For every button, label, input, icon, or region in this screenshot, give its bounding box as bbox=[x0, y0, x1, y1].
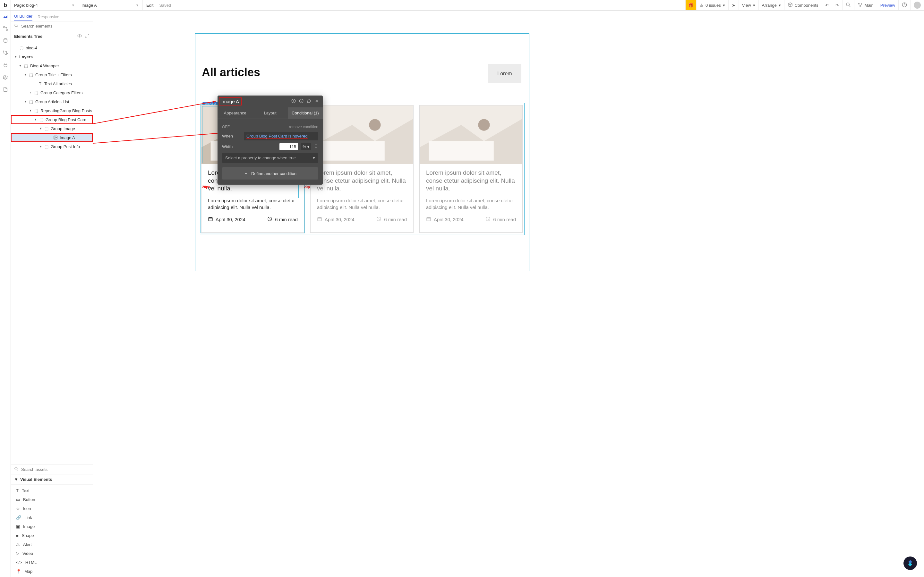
data-tab-icon[interactable] bbox=[2, 37, 9, 44]
popup-title: Image A bbox=[221, 99, 239, 104]
ve-link[interactable]: 🔗Link bbox=[11, 513, 93, 522]
remove-condition[interactable]: remove condition bbox=[289, 125, 318, 129]
ve-video[interactable]: ▷Video bbox=[11, 549, 93, 558]
ve-alert[interactable]: ⚠Alert bbox=[11, 540, 93, 549]
blog-card-3[interactable]: Lorem ipsum dolor sit amet, conse ctetur… bbox=[419, 105, 523, 233]
measure-left: 20px bbox=[202, 185, 210, 189]
ve-text[interactable]: TText bbox=[11, 486, 93, 495]
canvas[interactable]: All articles Lorem Image A TText Lorem i… bbox=[93, 11, 924, 577]
page-title[interactable]: All articles bbox=[202, 66, 260, 79]
plugins-tab-icon[interactable] bbox=[2, 62, 9, 68]
define-condition-button[interactable]: ＋ Define another condition bbox=[222, 167, 318, 179]
redo-button[interactable]: ↷ bbox=[832, 0, 842, 10]
styles-tab-icon[interactable] bbox=[2, 50, 9, 56]
lorem-button[interactable]: Lorem bbox=[488, 64, 521, 83]
tree-node-layers[interactable]: ▼Layers bbox=[11, 52, 93, 61]
tree-node[interactable]: ▼⬚Group Articles List bbox=[11, 97, 93, 106]
app-logo[interactable]: b bbox=[0, 0, 11, 10]
tree-node[interactable]: ▸⬚Group Category Filters bbox=[11, 88, 93, 97]
comment-icon[interactable] bbox=[307, 99, 311, 104]
image-icon: ▣ bbox=[16, 524, 20, 529]
ve-button[interactable]: ▭Button bbox=[11, 495, 93, 504]
branch-button[interactable]: Main bbox=[854, 0, 877, 10]
page-selector[interactable]: Page: blog-4 ▼ bbox=[11, 0, 78, 10]
chevron-down-icon[interactable]: ▼ bbox=[34, 118, 37, 121]
undo-button[interactable]: ↶ bbox=[822, 0, 832, 10]
popup-tabs: Appearance Layout Conditional (1) bbox=[218, 107, 323, 119]
chevron-down-icon[interactable]: ▼ bbox=[24, 100, 27, 103]
chevron-right-icon[interactable]: ▸ bbox=[29, 91, 32, 94]
tab-responsive[interactable]: Responsive bbox=[37, 15, 59, 21]
edit-mode-label[interactable]: Edit bbox=[142, 3, 157, 8]
tree-node-blogpost-card[interactable]: ▼⬚Group Blog Post Card bbox=[11, 115, 93, 124]
chevron-down-icon[interactable]: ▼ bbox=[39, 127, 42, 130]
view-menu[interactable]: View ▾ bbox=[738, 0, 758, 10]
group-icon: ⬚ bbox=[44, 144, 49, 149]
tree-node[interactable]: ▼⬚Group Image bbox=[11, 124, 93, 133]
tree-node[interactable]: ▸⬚Group Post Info bbox=[11, 142, 93, 151]
svg-rect-27 bbox=[318, 218, 321, 221]
chevron-down-icon[interactable]: ▼ bbox=[19, 64, 22, 67]
chevron-right-icon[interactable]: ▸ bbox=[39, 145, 42, 148]
delete-property[interactable] bbox=[314, 144, 318, 149]
visual-elements-header[interactable]: ▼ Visual Elements bbox=[11, 474, 93, 485]
when-expression[interactable]: Group Blog Post Card is hovered bbox=[244, 132, 318, 140]
tree-node-page[interactable]: ▢blog-4 bbox=[11, 43, 93, 52]
elements-search-input[interactable] bbox=[21, 24, 89, 29]
tree-node[interactable]: ▼⬚RepeatingGroup Blog Posts bbox=[11, 106, 93, 115]
search-button[interactable] bbox=[842, 0, 854, 10]
account-button[interactable] bbox=[910, 0, 924, 10]
property-editor[interactable]: Image A Appearance Layout Conditional (1… bbox=[218, 95, 323, 185]
preview-label: Preview bbox=[880, 3, 895, 8]
card-body[interactable]: Lorem ipsum dolor sit amet, conse ctetur… bbox=[208, 197, 298, 211]
ve-shape[interactable]: ■Shape bbox=[11, 531, 93, 540]
settings-tab-icon[interactable] bbox=[2, 74, 9, 81]
ve-map[interactable]: 📍Map bbox=[11, 567, 93, 576]
ve-icon[interactable]: ☆Icon bbox=[11, 504, 93, 513]
gift-button[interactable]: 🎁 bbox=[685, 0, 696, 10]
help-badge[interactable] bbox=[903, 556, 917, 570]
tree-node[interactable]: ▼⬚Blog 4 Wrapper bbox=[11, 61, 93, 70]
pointer-button[interactable]: ➤ bbox=[728, 0, 738, 10]
cube-icon bbox=[788, 2, 793, 8]
condition-toggle[interactable]: OFF bbox=[222, 125, 230, 129]
assets-search[interactable] bbox=[11, 465, 93, 474]
tree-node-image-a[interactable]: Image A bbox=[11, 133, 93, 142]
tab-appearance[interactable]: Appearance bbox=[218, 107, 252, 119]
arrange-menu[interactable]: Arrange ▾ bbox=[758, 0, 784, 10]
property-selector[interactable]: Select a property to change when true ▾ bbox=[222, 153, 318, 163]
chevron-down-icon[interactable]: ▼ bbox=[14, 55, 17, 58]
close-icon[interactable] bbox=[314, 99, 319, 104]
preview-button[interactable]: Preview bbox=[877, 0, 898, 10]
help-button[interactable] bbox=[898, 0, 910, 10]
element-selector[interactable]: Image A ▼ bbox=[78, 0, 142, 10]
tree-node[interactable]: TText All articles bbox=[11, 79, 93, 88]
ve-html[interactable]: </>HTML bbox=[11, 558, 93, 567]
ve-image[interactable]: ▣Image bbox=[11, 522, 93, 531]
branch-icon bbox=[858, 2, 863, 8]
elements-search[interactable] bbox=[11, 21, 93, 31]
tree-node[interactable]: ▼⬚Group Title + Filters bbox=[11, 70, 93, 79]
width-input[interactable]: 115 bbox=[279, 143, 298, 150]
chevron-down-icon[interactable]: ▼ bbox=[24, 73, 27, 76]
tab-conditional[interactable]: Conditional (1) bbox=[288, 107, 323, 119]
design-tab-icon[interactable] bbox=[2, 13, 9, 19]
info-icon[interactable] bbox=[299, 99, 304, 104]
elements-tree-title: Elements Tree bbox=[14, 34, 42, 39]
logs-tab-icon[interactable] bbox=[2, 86, 9, 93]
width-unit[interactable]: %▾ bbox=[300, 143, 311, 150]
plus-icon: ＋ bbox=[244, 171, 248, 176]
tab-layout[interactable]: Layout bbox=[252, 107, 288, 119]
expand-icon[interactable] bbox=[85, 34, 89, 39]
shape-icon: ■ bbox=[16, 533, 19, 538]
workflow-tab-icon[interactable] bbox=[2, 25, 9, 32]
popup-header[interactable]: Image A bbox=[218, 95, 323, 107]
blog-card-2[interactable]: Lorem ipsum dolor sit amet, conse ctetur… bbox=[310, 105, 414, 233]
eye-icon[interactable] bbox=[78, 34, 82, 39]
tab-ui-builder[interactable]: UI Builder bbox=[14, 14, 32, 21]
play-icon[interactable] bbox=[291, 99, 296, 104]
issues-button[interactable]: ⚠ 0 issues ▾ bbox=[696, 0, 728, 10]
chevron-down-icon[interactable]: ▼ bbox=[29, 109, 32, 112]
assets-search-input[interactable] bbox=[21, 467, 89, 472]
components-button[interactable]: Components bbox=[784, 0, 822, 10]
